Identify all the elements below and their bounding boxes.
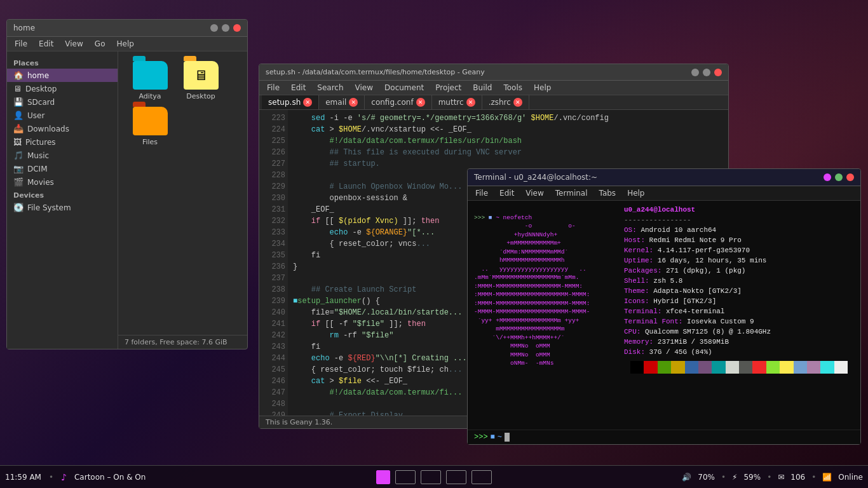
- nf-user: u0_a244@localhost: [624, 205, 854, 215]
- geany-tab-config-close[interactable]: ✕: [416, 98, 425, 107]
- home-icon: 🏠: [13, 71, 24, 80]
- terminal-menu-view[interactable]: View: [520, 187, 548, 199]
- geany-menu-build[interactable]: Build: [468, 82, 497, 93]
- geany-menu-tools[interactable]: Tools: [498, 82, 527, 93]
- fm-sidebar-user[interactable]: 👤 User: [7, 109, 118, 122]
- terminal-ctrl-1[interactable]: [824, 173, 831, 181]
- file-label-files: Files: [142, 138, 158, 146]
- geany-tab-email[interactable]: email ✕: [319, 95, 365, 109]
- taskbar-right: 🔊 70% • ⚡ 59% • ✉ 106 • 📶 Online: [682, 473, 863, 482]
- geany-tab-zshrc[interactable]: .zshrc ✕: [482, 95, 529, 109]
- geany-menu-project[interactable]: Project: [430, 82, 466, 93]
- desktop-icon: 🖥: [13, 84, 22, 93]
- geany-menu-search[interactable]: Search: [312, 82, 348, 93]
- geany-tab-muttrc-close[interactable]: ✕: [466, 98, 475, 107]
- geany-tab-zshrc-label: .zshrc: [489, 98, 511, 107]
- taskbar-battery: 59%: [743, 473, 761, 482]
- user-icon: 👤: [13, 111, 24, 120]
- terminal-ctrl-2[interactable]: [835, 173, 843, 181]
- workspace-4[interactable]: [446, 470, 466, 484]
- neofetch-art: >>> ■ ~ neofetch -o o- +hydNNNNdyh+ +mMM…: [468, 201, 620, 430]
- file-item-files[interactable]: Files: [128, 107, 172, 146]
- nf-kernel: Kernel: 4.14.117-perf-g3e53970: [624, 245, 854, 255]
- geany-menu-document[interactable]: Document: [379, 82, 429, 93]
- geany-tab-setup-close[interactable]: ✕: [303, 98, 312, 107]
- filesystem-icon: 💽: [13, 203, 24, 212]
- terminal-ctrl-3[interactable]: [846, 173, 854, 181]
- color-swatches: [630, 361, 848, 374]
- music-icon: 🎵: [13, 151, 24, 160]
- swatch-0: [630, 361, 644, 374]
- geany-tab-muttrc[interactable]: muttrc ✕: [432, 95, 482, 109]
- geany-tab-email-close[interactable]: ✕: [349, 98, 358, 107]
- geany-close-btn[interactable]: [714, 69, 722, 76]
- fm-sidebar-downloads[interactable]: 📥 Downloads: [7, 122, 118, 135]
- geany-tab-email-label: email: [325, 98, 346, 107]
- geany-menu-file[interactable]: File: [262, 82, 285, 93]
- geany-menu-help[interactable]: Help: [529, 82, 556, 93]
- terminal-menu-help[interactable]: Help: [622, 187, 649, 199]
- fm-sidebar-home[interactable]: 🏠 home: [7, 69, 118, 82]
- file-item-aditya[interactable]: Aditya: [128, 61, 172, 100]
- fm-sidebar-music[interactable]: 🎵 Music: [7, 149, 118, 162]
- fm-sidebar-desktop[interactable]: 🖥 Desktop: [7, 82, 118, 95]
- taskbar-clock: 11:59 AM: [5, 473, 41, 482]
- prompt-cursor: [505, 433, 510, 442]
- fm-close-btn[interactable]: [233, 24, 241, 32]
- fm-body: Places 🏠 home 🖥 Desktop 💾 SDcard 👤 User …: [7, 51, 247, 349]
- workspace-1[interactable]: [376, 470, 390, 484]
- nf-uptime: Uptime: 16 days, 12 hours, 35 mins: [624, 255, 854, 266]
- terminal-menu-terminal[interactable]: Terminal: [550, 187, 593, 199]
- fm-sidebar-dcim[interactable]: 📷 DCIM: [7, 162, 118, 175]
- fm-menubar: File Edit View Go Help: [7, 37, 247, 51]
- fm-menu-go[interactable]: Go: [90, 38, 111, 50]
- fm-sidebar-home-label: home: [27, 71, 49, 80]
- pictures-icon: 🖼: [13, 137, 22, 147]
- geany-tab-config[interactable]: config.conf ✕: [365, 95, 431, 109]
- file-label-desktop: Desktop: [186, 92, 215, 100]
- swatch-13: [807, 361, 820, 374]
- geany-tab-zshrc-close[interactable]: ✕: [513, 98, 522, 107]
- fm-menu-file[interactable]: File: [10, 38, 32, 50]
- battery-icon: ⚡: [732, 473, 737, 482]
- fm-window-controls: [210, 24, 241, 32]
- fm-minimize-btn[interactable]: [210, 24, 218, 32]
- nf-packages: Packages: 271 (dpkg), 1 (pkg): [624, 266, 854, 276]
- folder-icon-desktop: 🖥: [184, 61, 219, 90]
- taskbar-sep-1: •: [49, 473, 53, 482]
- folder-tab: [133, 56, 146, 61]
- file-item-desktop[interactable]: 🖥 Desktop: [179, 61, 223, 100]
- terminal-menu-file[interactable]: File: [470, 187, 493, 199]
- terminal-body: >>> ■ ~ neofetch -o o- +hydNNNNdyh+ +mMM…: [468, 201, 860, 430]
- terminal-prompt-line[interactable]: >>> ■ ~: [468, 430, 860, 444]
- folder-icon-files: [133, 107, 168, 135]
- fm-sidebar-sdcard[interactable]: 💾 SDcard: [7, 95, 118, 109]
- fm-maximize-btn[interactable]: [222, 24, 229, 32]
- folder-tab-files: [133, 102, 146, 107]
- taskbar-music: Cartoon – On & On: [74, 473, 146, 482]
- fm-menu-edit[interactable]: Edit: [34, 38, 58, 50]
- neofetch-info: u0_a244@localhost ---------------- OS: A…: [620, 201, 860, 430]
- fm-sidebar-pictures[interactable]: 🖼 Pictures: [7, 135, 118, 149]
- fm-menu-help[interactable]: Help: [111, 38, 139, 50]
- workspace-5[interactable]: [471, 470, 492, 484]
- fm-menu-view[interactable]: View: [60, 38, 88, 50]
- geany-menu-edit[interactable]: Edit: [286, 82, 311, 93]
- geany-minimize-btn[interactable]: [691, 69, 699, 76]
- workspace-3[interactable]: [421, 470, 441, 484]
- terminal-menu-edit[interactable]: Edit: [494, 187, 519, 199]
- workspace-2[interactable]: [395, 470, 416, 484]
- swatch-12: [794, 361, 807, 374]
- fm-sidebar-desktop-label: Desktop: [25, 85, 57, 93]
- taskbar-workspace-switcher: [376, 470, 492, 484]
- geany-menu-view[interactable]: View: [350, 82, 378, 93]
- terminal-menu-tabs[interactable]: Tabs: [594, 187, 621, 199]
- geany-maximize-btn[interactable]: [703, 69, 710, 76]
- swatch-8: [739, 361, 752, 374]
- fm-sidebar-filesystem[interactable]: 💽 File System: [7, 201, 118, 214]
- fm-sidebar-filesystem-label: File System: [27, 203, 71, 212]
- geany-tab-setup[interactable]: setup.sh ✕: [262, 95, 319, 109]
- geany-titlebar: setup.sh - /data/data/com.termux/files/h…: [259, 64, 728, 81]
- fm-sidebar-movies[interactable]: 🎬 Movies: [7, 175, 118, 189]
- downloads-icon: 📥: [13, 124, 24, 133]
